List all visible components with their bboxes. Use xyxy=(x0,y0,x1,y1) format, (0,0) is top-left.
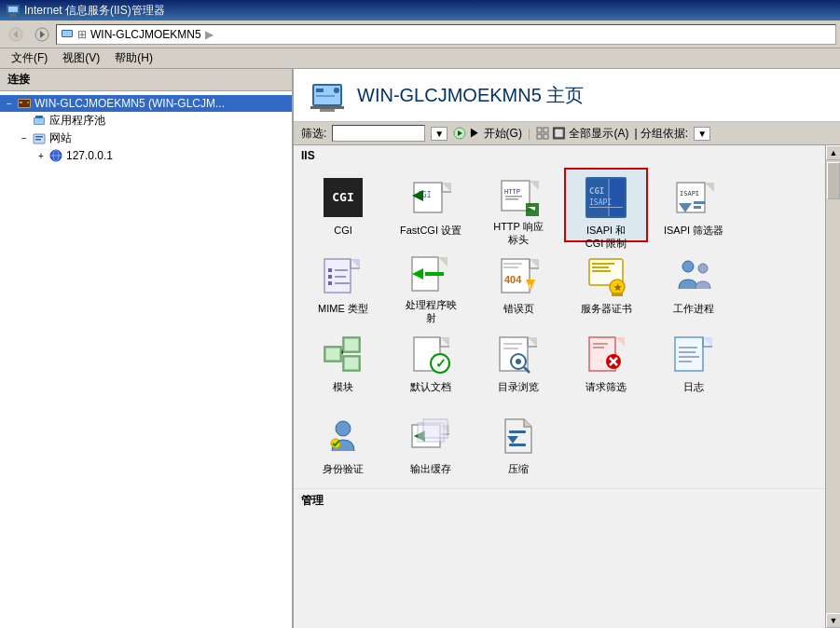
svg-rect-33 xyxy=(544,128,548,132)
left-panel: 连接 − WIN-GLCJMOEKMN5 (WIN-GLCJM... 应用程序池 xyxy=(0,69,294,628)
icon-label-fastcgi: FastCGI 设置 xyxy=(400,224,461,237)
http-img: HTTP xyxy=(496,175,541,216)
svg-rect-122 xyxy=(593,343,608,345)
scroll-up-btn[interactable]: ▲ xyxy=(826,145,840,160)
icon-mime[interactable]: MIME 类型 xyxy=(301,246,385,321)
scroll-down-btn[interactable]: ▼ xyxy=(826,613,840,628)
icon-fastcgi[interactable]: CGI FastCGI 设置 xyxy=(389,168,473,242)
title-bar: Internet 信息服务(IIS)管理器 xyxy=(0,0,840,20)
svg-point-26 xyxy=(334,88,339,93)
svg-rect-27 xyxy=(316,95,335,97)
scrollbar[interactable]: ▲ ▼ xyxy=(825,145,840,628)
start-btn[interactable]: ▶ 开始(G) xyxy=(453,126,522,142)
svg-rect-2 xyxy=(10,14,16,16)
tree-expand-root[interactable]: − xyxy=(2,96,17,111)
svg-rect-81 xyxy=(503,263,522,265)
tree-item-server[interactable]: − WIN-GLCJMOEKMN5 (WIN-GLCJM... xyxy=(0,95,292,112)
svg-marker-125 xyxy=(703,337,712,347)
show-all-btn[interactable]: 🔲 全部显示(A) xyxy=(536,126,628,142)
svg-text:!: ! xyxy=(529,282,531,291)
svg-rect-128 xyxy=(679,347,697,348)
svg-rect-129 xyxy=(679,351,695,353)
cgi-img: CGI xyxy=(321,175,365,220)
scroll-track[interactable] xyxy=(826,160,840,613)
icon-compress[interactable]: 压缩 xyxy=(476,406,560,481)
svg-rect-15 xyxy=(35,116,43,118)
main-area: 连接 − WIN-GLCJMOEKMN5 (WIN-GLCJM... 应用程序池 xyxy=(0,69,840,628)
icon-logging[interactable]: 日志 xyxy=(652,324,736,399)
icon-worker[interactable]: 工作进程 xyxy=(652,246,736,321)
svg-rect-19 xyxy=(35,139,41,141)
filter-input[interactable] xyxy=(332,125,425,142)
icon-label-cgi: CGI xyxy=(334,224,352,237)
svg-text:404: 404 xyxy=(504,274,522,285)
icon-label-outputcache: 输出缓存 xyxy=(410,462,451,475)
icon-cert[interactable]: ★ 服务器证书 xyxy=(564,246,648,321)
tree-item-apppool[interactable]: 应用程序池 xyxy=(0,112,292,130)
menu-bar: 文件(F) 视图(V) 帮助(H) xyxy=(0,48,840,69)
filter-dropdown[interactable]: ▼ xyxy=(431,127,448,141)
tree-expand-sites[interactable]: − xyxy=(17,131,32,146)
icon-label-compress: 压缩 xyxy=(508,462,529,475)
menu-help[interactable]: 帮助(H) xyxy=(107,48,160,68)
tree-item-localhost[interactable]: + 127.0.0.1 xyxy=(0,147,292,164)
icon-dirbrowse[interactable]: 目录浏览 xyxy=(476,324,560,399)
icon-handler[interactable]: 处理程序映射 xyxy=(389,246,473,321)
address-prefix: ⊞ xyxy=(77,28,87,41)
icon-module[interactable]: 模块 xyxy=(301,324,385,399)
icon-isapi-cgi[interactable]: CGI ISAPI ISAPI 和CGI 限制 xyxy=(564,168,648,242)
group-by-dropdown[interactable]: ▼ xyxy=(694,127,710,141)
svg-rect-16 xyxy=(34,118,44,124)
menu-view[interactable]: 视图(V) xyxy=(55,48,107,68)
back-button[interactable] xyxy=(4,23,28,46)
icon-label-module: 模块 xyxy=(333,380,353,393)
mime-img xyxy=(321,253,365,298)
svg-rect-1 xyxy=(8,7,18,12)
icon-outputcache[interactable]: 输出缓存 xyxy=(389,406,473,481)
icon-http-headers[interactable]: HTTP HTTP 响应标头 xyxy=(476,168,560,242)
page-header-icon xyxy=(309,76,346,114)
tree-expand-apppool[interactable] xyxy=(17,114,32,129)
tree-item-sites[interactable]: − 网站 xyxy=(0,130,292,147)
logging-img xyxy=(671,332,716,376)
menu-file[interactable]: 文件(F) xyxy=(4,48,55,68)
icon-label-logging: 日志 xyxy=(683,380,704,393)
cgi-box: CGI xyxy=(324,178,363,217)
svg-rect-141 xyxy=(509,430,526,433)
icon-error[interactable]: 404 ! 错误页 xyxy=(476,246,560,321)
svg-rect-100 xyxy=(345,358,358,369)
icon-label-defaultdoc: 默认文档 xyxy=(410,380,451,393)
dirbrowse-img xyxy=(496,332,541,376)
icon-reqfilter[interactable]: 请求筛选 xyxy=(564,324,648,399)
icon-cgi[interactable]: CGI CGI xyxy=(301,168,385,242)
icon-isapi-filter[interactable]: ISAPI ISAPI 筛选器 xyxy=(652,168,736,242)
svg-rect-131 xyxy=(679,361,692,362)
auth-img xyxy=(321,414,365,458)
icon-auth[interactable]: 身份验证 xyxy=(301,406,385,481)
svg-marker-57 xyxy=(705,183,714,192)
defaultdoc-img: ✓ xyxy=(408,332,453,376)
icon-label-http: HTTP 响应标头 xyxy=(493,220,544,247)
page-header: WIN-GLCJMOEKMN5 主页 xyxy=(294,69,840,122)
svg-point-94 xyxy=(698,264,708,273)
page-title: WIN-GLCJMOEKMN5 主页 xyxy=(357,83,584,108)
svg-marker-63 xyxy=(351,259,360,268)
svg-rect-76 xyxy=(425,272,444,276)
tree-expand-localhost[interactable]: + xyxy=(34,148,48,163)
icon-defaultdoc[interactable]: ✓ 默认文档 xyxy=(389,324,473,399)
forward-button[interactable] xyxy=(30,23,54,46)
right-panel: WIN-GLCJMOEKMN5 主页 筛选: ▼ ▶ 开始(G) | 🔲 全部显… xyxy=(294,69,840,628)
svg-rect-28 xyxy=(310,106,344,109)
tree-label-server: WIN-GLCJMOEKMN5 (WIN-GLCJM... xyxy=(34,97,225,110)
svg-rect-69 xyxy=(335,276,346,278)
tree-label-localhost: 127.0.0.1 xyxy=(66,149,113,162)
svg-rect-82 xyxy=(503,266,518,268)
svg-rect-34 xyxy=(537,134,542,139)
section-header-iis: IIS xyxy=(294,145,825,164)
svg-marker-103 xyxy=(440,337,449,347)
filter-sep1: | xyxy=(528,127,530,140)
svg-rect-130 xyxy=(679,356,699,358)
handler-img xyxy=(408,253,453,294)
fastcgi-img: CGI xyxy=(408,175,453,220)
section-header-manage: 管理 xyxy=(294,488,825,511)
